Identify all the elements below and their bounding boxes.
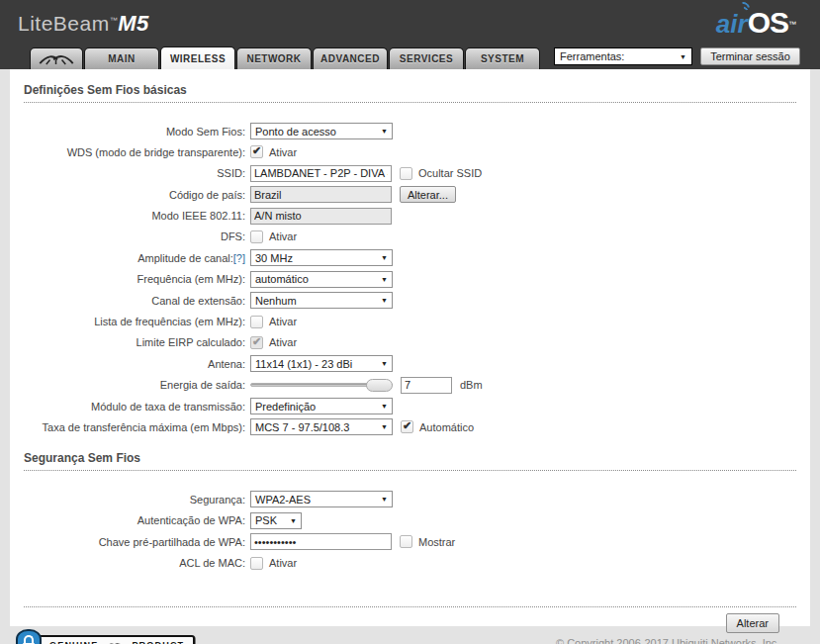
mac-acl-checkbox-label: Ativar	[269, 557, 297, 569]
frequency-select[interactable]: automático ▼	[250, 271, 393, 288]
dfs-checkbox[interactable]	[250, 230, 263, 243]
show-key-checkbox[interactable]	[400, 535, 412, 548]
chevron-down-icon: ▼	[290, 517, 297, 524]
dfs-label: DFS:	[24, 230, 250, 242]
extension-channel-label: Canal de extensão:	[24, 295, 250, 307]
tab-main[interactable]: MAIN	[84, 47, 159, 69]
auto-rate-checkbox-label: Automático	[419, 421, 474, 433]
airos-air-text: air	[716, 9, 748, 39]
channel-width-value: 30 MHz	[255, 252, 293, 264]
tab-wireless[interactable]: WIRELESS	[160, 46, 235, 69]
hide-ssid-checkbox[interactable]	[400, 167, 412, 180]
chevron-down-icon: ▼	[381, 254, 388, 261]
wpa-key-input[interactable]	[250, 533, 392, 550]
chevron-down-icon: ▼	[381, 360, 388, 367]
security-mode-row: Segurança: WPA2-AES ▼	[24, 491, 796, 507]
product-logo: LiteBeam™M5	[18, 11, 149, 37]
tab-services[interactable]: SERVICES	[389, 47, 464, 69]
ieee-mode-row: Modo IEEE 802.11:	[24, 208, 796, 225]
max-tx-rate-value: MCS 7 - 97.5/108.3	[255, 421, 349, 433]
extension-channel-select[interactable]: Nenhum ▼	[250, 292, 393, 309]
apply-change-button[interactable]: Alterar	[726, 613, 779, 633]
security-mode-select[interactable]: WPA2-AES ▼	[250, 491, 393, 507]
model-name: M5	[118, 11, 149, 36]
wds-checkbox[interactable]	[250, 145, 263, 158]
output-power-label: Energia de saída:	[24, 379, 250, 391]
channel-width-help-link[interactable]: [?]	[233, 252, 245, 264]
wpa-auth-label: Autenticação de WPA:	[24, 514, 250, 526]
channel-width-row: Amplitude de canal:[?] 30 MHz ▼	[24, 249, 796, 266]
dfs-row: DFS: Ativar	[24, 229, 796, 245]
mac-acl-row: ACL de MAC: Ativar	[24, 555, 796, 572]
tab-system[interactable]: SYSTEM	[465, 47, 540, 69]
copyright-text: © Copyright 2006-2017 Ubiquiti Networks,…	[556, 637, 779, 644]
data-rate-module-value: Predefinição	[255, 401, 316, 413]
data-rate-module-row: Módulo de taxa de transmissão: Predefini…	[24, 398, 796, 414]
security-mode-value: WPA2-AES	[255, 494, 311, 506]
basic-section-title: Definições Sem Fios básicas	[24, 83, 796, 103]
antenna-row: Antena: 11x14 (1x1) - 23 dBi ▼	[24, 355, 796, 372]
antenna-select[interactable]: 11x14 (1x1) - 23 dBi ▼	[250, 355, 393, 372]
header-bar: LiteBeam™M5 airOS™ MAIN WIRELESS NETWORK…	[0, 0, 820, 69]
wpa-auth-select[interactable]: PSK ▼	[250, 512, 302, 529]
wireless-mode-value: Ponto de acesso	[255, 126, 336, 138]
frequency-row: Frequência (em MHz): automático ▼	[24, 271, 796, 288]
tab-ubnt-logo[interactable]	[30, 47, 83, 69]
dfs-checkbox-label: Ativar	[269, 230, 297, 242]
channel-width-label: Amplitude de canal:[?]	[24, 252, 250, 264]
ssid-label: SSID:	[24, 167, 250, 179]
badge-genuine-text: GENUINE	[49, 640, 98, 644]
tab-network[interactable]: NETWORK	[236, 47, 312, 69]
eirp-limit-checkbox	[250, 336, 263, 349]
max-tx-rate-label: Taxa de transferência máxima (em Mbps):	[24, 421, 250, 433]
frequency-list-row: Lista de frequências (em MHz): Ativar	[24, 314, 796, 330]
tools-select-value: Ferramentas:	[560, 50, 624, 62]
wpa-auth-row: Autenticação de WPA: PSK ▼	[24, 512, 796, 529]
airos-logo: airOS™	[716, 6, 796, 40]
country-code-row: Código de país: Alterar...	[24, 186, 796, 203]
frequency-label: Frequência (em MHz):	[24, 273, 250, 285]
frequency-value: automático	[255, 273, 309, 285]
auto-rate-checkbox[interactable]	[401, 420, 413, 433]
max-tx-rate-select[interactable]: MCS 7 - 97.5/108.3 ▼	[250, 418, 393, 435]
wds-label: WDS (modo de bridge transparente):	[24, 146, 250, 158]
chevron-down-icon: ▼	[381, 128, 388, 135]
header-controls: Ferramentas: ▼ Terminar sessão	[554, 47, 800, 65]
tab-bar: MAIN WIRELESS NETWORK ADVANCED SERVICES …	[30, 46, 541, 69]
tools-select[interactable]: Ferramentas: ▼	[554, 47, 692, 65]
data-rate-module-select[interactable]: Predefinição ▼	[250, 398, 393, 414]
change-country-button[interactable]: Alterar...	[400, 186, 456, 203]
content-panel: Definições Sem Fios básicas Modo Sem Fio…	[10, 69, 810, 626]
slider-handle[interactable]	[366, 379, 393, 392]
wds-row: WDS (modo de bridge transparente): Ativa…	[24, 143, 796, 160]
output-power-unit: dBm	[460, 379, 483, 391]
frequency-list-checkbox[interactable]	[250, 316, 263, 328]
wireless-mode-select[interactable]: Ponto de acesso ▼	[250, 123, 393, 139]
ssid-row: SSID: Ocultar SSID	[24, 165, 796, 182]
hide-ssid-label: Ocultar SSID	[418, 167, 482, 179]
antenna-value: 11x14 (1x1) - 23 dBi	[255, 358, 352, 370]
wireless-mode-row: Modo Sem Fios: Ponto de acesso ▼	[24, 123, 796, 139]
chevron-down-icon: ▼	[381, 423, 388, 430]
output-power-row: Energia de saída: dBm	[24, 377, 796, 394]
logout-button[interactable]: Terminar sessão	[700, 47, 800, 65]
ssid-input[interactable]	[250, 165, 392, 182]
output-power-slider[interactable]	[250, 379, 393, 392]
trademark-symbol: ™	[788, 20, 796, 29]
security-mode-label: Segurança:	[24, 494, 250, 506]
chevron-down-icon: ▼	[381, 496, 388, 503]
frequency-list-label: Lista de frequências (em MHz):	[24, 316, 250, 327]
chevron-down-icon: ▼	[680, 53, 686, 60]
output-power-input[interactable]	[401, 377, 452, 394]
channel-width-select[interactable]: 30 MHz ▼	[250, 249, 393, 266]
frequency-list-checkbox-label: Ativar	[269, 316, 297, 327]
country-code-label: Código de país:	[24, 189, 250, 201]
badge-product-text: PRODUCT	[132, 640, 184, 644]
ieee-mode-label: Modo IEEE 802.11:	[24, 210, 250, 222]
mac-acl-checkbox[interactable]	[250, 557, 263, 570]
security-form: Segurança: WPA2-AES ▼ Autenticação de WP…	[24, 491, 796, 571]
airos-os-text: OS	[748, 6, 788, 39]
wifi-arcs-icon	[736, 2, 750, 14]
tab-advanced[interactable]: ADVANCED	[313, 47, 388, 69]
chevron-down-icon: ▼	[381, 403, 388, 410]
